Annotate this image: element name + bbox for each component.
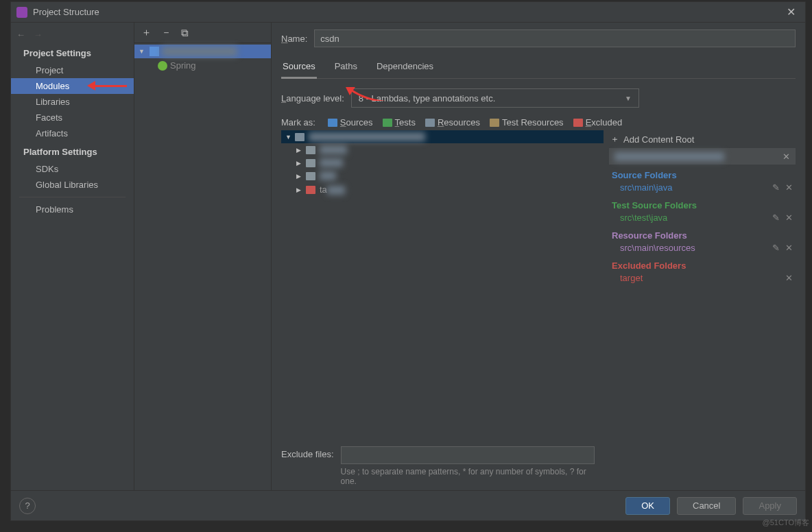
tests-folder-icon: [383, 119, 392, 127]
module-child-label: Spring: [170, 60, 196, 71]
sidebar-item-sdks[interactable]: SDKs: [11, 161, 134, 177]
sidebar-item-global-libraries[interactable]: Global Libraries: [11, 177, 134, 193]
tab-dependencies[interactable]: Dependencies: [375, 57, 435, 78]
language-level-label: Language level:: [281, 93, 344, 104]
remove-icon[interactable]: －: [161, 26, 171, 39]
dir-row-target[interactable]: ▶ta: [281, 182, 604, 197]
dir-row[interactable]: ▶: [281, 169, 604, 182]
excluded-folder-icon: [306, 186, 315, 194]
add-content-root-button[interactable]: ＋Add Content Root: [609, 130, 796, 148]
content-root-bar: ✕: [609, 148, 796, 165]
expand-icon[interactable]: ▶: [296, 186, 306, 193]
cancel-button[interactable]: Cancel: [677, 497, 736, 515]
module-child-row[interactable]: Spring: [134, 58, 271, 73]
folder-icon: [306, 159, 315, 167]
exclude-hint: Use ; to separate name patterns, * for a…: [341, 467, 595, 486]
mark-resources-button[interactable]: Resources: [425, 117, 480, 128]
tab-sources[interactable]: Sources: [281, 57, 317, 79]
language-level-row: Language level: 8 - Lambdas, type annota…: [281, 88, 796, 108]
folder-entry[interactable]: src\test\java✎✕: [612, 212, 793, 223]
chevron-down-icon: ▼: [625, 95, 632, 102]
expand-icon[interactable]: ▶: [296, 173, 306, 180]
remove-root-icon[interactable]: ✕: [783, 152, 790, 162]
remove-icon[interactable]: ✕: [785, 182, 793, 193]
folder-icon: [306, 172, 315, 180]
module-name-redacted: [162, 47, 237, 56]
dir-row[interactable]: ▶: [281, 156, 604, 169]
sidebar-item-project[interactable]: Project: [11, 62, 134, 78]
dialog-footer: ? OK Cancel Apply: [11, 490, 805, 520]
settings-sidebar: ← → Project Settings Project Modules Lib…: [11, 23, 134, 490]
sidebar-item-libraries[interactable]: Libraries: [11, 94, 134, 110]
mark-test-resources-button[interactable]: Test Resources: [490, 117, 564, 128]
expand-icon[interactable]: ▶: [296, 147, 306, 154]
mark-excluded-button[interactable]: Excluded: [573, 117, 622, 128]
exclude-files-label: Exclude files:: [281, 446, 334, 459]
dir-label: ta: [320, 184, 345, 195]
dir-name-redacted: [309, 132, 425, 141]
dir-name-redacted: [320, 158, 343, 167]
tree-toolbar: ＋ － ⧉: [134, 23, 271, 43]
mark-tests-button[interactable]: Tests: [383, 117, 416, 128]
language-level-combobox[interactable]: 8 - Lambdas, type annotations etc. ▼: [351, 88, 639, 108]
name-label: Name:: [281, 34, 307, 44]
expand-icon[interactable]: ▼: [139, 48, 147, 55]
forward-icon[interactable]: →: [34, 29, 43, 40]
mark-sources-button[interactable]: Sources: [328, 117, 373, 128]
dir-name-redacted: [320, 145, 347, 154]
dir-root-row[interactable]: ▼: [281, 130, 604, 143]
module-tree[interactable]: ▼ Spring: [134, 43, 271, 490]
help-button[interactable]: ?: [19, 498, 36, 514]
module-tree-panel: ＋ － ⧉ ▼ Spring: [134, 23, 272, 490]
resources-folder-icon: [425, 119, 435, 127]
dir-row[interactable]: ▶: [281, 143, 604, 156]
folder-group-header: Source Folders: [612, 169, 793, 182]
folder-group-header: Test Source Folders: [612, 199, 793, 212]
close-icon[interactable]: ✕: [783, 4, 800, 20]
sidebar-item-problems[interactable]: Problems: [11, 202, 134, 217]
folder-entry[interactable]: src\main\resources✎✕: [612, 242, 793, 254]
section-project-settings: Project Settings: [11, 43, 134, 62]
expand-icon[interactable]: ▼: [285, 134, 295, 141]
folder-path: src\main\java: [620, 182, 673, 193]
folder-entry[interactable]: target✕: [612, 272, 793, 284]
plus-icon: ＋: [610, 133, 619, 145]
directory-tree[interactable]: ▼ ▶ ▶ ▶ ▶ta: [281, 130, 604, 441]
content-roots-panel: ＋Add Content Root ✕ Source Folderssrc\ma…: [609, 130, 796, 441]
folder-path: src\main\resources: [620, 243, 695, 253]
folder-path: src\test\java: [620, 213, 667, 223]
folder-icon: [306, 146, 315, 154]
content-root-path-redacted: [614, 152, 724, 161]
name-row: Name:: [281, 29, 796, 47]
watermark: @51CTO博客: [763, 518, 809, 528]
expand-icon[interactable]: ▶: [296, 160, 306, 167]
remove-icon[interactable]: ✕: [785, 213, 793, 223]
ok-button[interactable]: OK: [625, 497, 670, 515]
edit-icon[interactable]: ✎: [772, 213, 780, 223]
section-platform-settings: Platform Settings: [11, 141, 134, 161]
folder-group-header: Excluded Folders: [612, 259, 793, 272]
module-editor: Name: Sources Paths Dependencies Languag…: [272, 23, 805, 490]
edit-icon[interactable]: ✎: [772, 182, 780, 193]
add-icon[interactable]: ＋: [141, 26, 152, 39]
mark-as-row: Mark as: Sources Tests Resources Test Re…: [281, 117, 796, 128]
excluded-folder-icon: [573, 119, 583, 127]
folder-entry[interactable]: src\main\java✎✕: [612, 182, 793, 193]
apply-button[interactable]: Apply: [743, 497, 797, 515]
back-icon[interactable]: ←: [16, 29, 25, 40]
copy-icon[interactable]: ⧉: [181, 27, 189, 39]
remove-icon[interactable]: ✕: [785, 273, 793, 283]
nav-back-forward: ← →: [11, 27, 134, 43]
module-root-row[interactable]: ▼: [134, 45, 271, 58]
remove-icon[interactable]: ✕: [785, 243, 793, 253]
titlebar: Project Structure ✕: [11, 2, 805, 23]
folder-icon: [295, 133, 304, 141]
exclude-files-input[interactable]: [341, 446, 595, 464]
sidebar-item-artifacts[interactable]: Artifacts: [11, 125, 134, 141]
sidebar-item-modules[interactable]: Modules: [11, 78, 134, 94]
edit-icon[interactable]: ✎: [772, 243, 780, 253]
tab-paths[interactable]: Paths: [333, 57, 359, 78]
sidebar-item-facets[interactable]: Facets: [11, 110, 134, 125]
dir-name-redacted: [320, 171, 336, 180]
module-name-input[interactable]: [314, 29, 796, 47]
